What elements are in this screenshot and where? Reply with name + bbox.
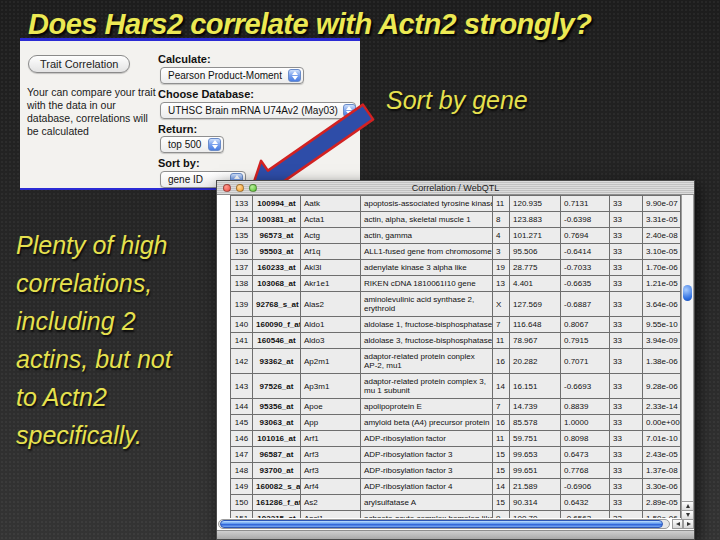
p-value: 1.37e-08 bbox=[643, 463, 681, 479]
correlation-link[interactable]: 0.7768 bbox=[561, 463, 610, 479]
window-titlebar[interactable]: Correlation / WebQTL bbox=[217, 181, 694, 195]
gene-symbol-link[interactable]: App bbox=[301, 415, 361, 431]
trait-correlation-button[interactable]: Trait Correlation bbox=[28, 55, 130, 73]
probe-id-link[interactable]: 96587_at bbox=[253, 447, 301, 463]
position-mb: 120.935 bbox=[510, 196, 561, 212]
gene-symbol-link[interactable]: Af1q bbox=[301, 244, 361, 260]
row-index: 142 bbox=[231, 349, 253, 374]
gene-symbol-link[interactable]: Aldo1 bbox=[301, 317, 361, 333]
probe-id-link[interactable]: 100994_at bbox=[253, 196, 301, 212]
probe-id-link[interactable]: 95503_at bbox=[253, 244, 301, 260]
chromosome: 7 bbox=[493, 317, 510, 333]
gene-symbol-link[interactable]: Akr1e1 bbox=[301, 276, 361, 292]
gene-symbol-link[interactable]: Akl3l bbox=[301, 260, 361, 276]
probe-id-link[interactable]: 101016_at bbox=[253, 431, 301, 447]
horizontal-scrollbar-thumb[interactable] bbox=[220, 520, 663, 528]
probe-id-link[interactable]: 102215_at bbox=[253, 511, 301, 519]
correlation-link[interactable]: 0.7131 bbox=[561, 196, 610, 212]
position-mb: 59.751 bbox=[510, 431, 561, 447]
calculate-label: Calculate: bbox=[158, 53, 211, 65]
gene-description: aminolevulinic acid synthase 2, erythroi… bbox=[361, 292, 493, 317]
correlation-link[interactable]: 0.7071 bbox=[561, 349, 610, 374]
table-row: 151102215_atAscl1achaete-scute complex h… bbox=[231, 511, 681, 519]
n-cases: 33 bbox=[610, 463, 643, 479]
calculate-dropdown[interactable]: Pearson Product-Moment bbox=[160, 67, 304, 84]
probe-id-link[interactable]: 100381_at bbox=[253, 212, 301, 228]
gene-description: ADP-ribosylation factor 3 bbox=[361, 463, 493, 479]
probe-id-link[interactable]: 93362_at bbox=[253, 349, 301, 374]
gene-symbol-link[interactable]: Ap2m1 bbox=[301, 349, 361, 374]
chromosome: X bbox=[493, 292, 510, 317]
correlation-link[interactable]: 0.8067 bbox=[561, 317, 610, 333]
correlation-link[interactable]: -0.6635 bbox=[561, 276, 610, 292]
probe-id-link[interactable]: 160082_s_at bbox=[253, 479, 301, 495]
n-cases: 33 bbox=[610, 292, 643, 317]
probe-id-link[interactable]: 160546_at bbox=[253, 333, 301, 349]
gene-description: arylsulfatase A bbox=[361, 495, 493, 511]
probe-id-link[interactable]: 93063_at bbox=[253, 415, 301, 431]
p-value: 2.40e-08 bbox=[643, 228, 681, 244]
gene-symbol-link[interactable]: Arf4 bbox=[301, 479, 361, 495]
row-index: 145 bbox=[231, 415, 253, 431]
position-mb: 123.883 bbox=[510, 212, 561, 228]
vertical-scrollbar[interactable] bbox=[681, 195, 694, 519]
traffic-lights bbox=[223, 184, 257, 192]
correlation-link[interactable]: -0.6414 bbox=[561, 244, 610, 260]
position-mb: 16.151 bbox=[510, 374, 561, 399]
gene-symbol-link[interactable]: Arf1 bbox=[301, 431, 361, 447]
gene-symbol-link[interactable]: Apoe bbox=[301, 399, 361, 415]
correlation-link[interactable]: 0.6432 bbox=[561, 495, 610, 511]
probe-id-link[interactable]: 95356_at bbox=[253, 399, 301, 415]
gene-symbol-link[interactable]: Aldo3 bbox=[301, 333, 361, 349]
chromosome: 11 bbox=[493, 196, 510, 212]
probe-id-link[interactable]: 161286_f_at bbox=[253, 495, 301, 511]
horizontal-scrollbar[interactable] bbox=[218, 519, 670, 529]
scroll-up-button[interactable] bbox=[682, 501, 693, 510]
minimize-button-icon[interactable] bbox=[236, 184, 244, 192]
position-mb: 85.578 bbox=[510, 415, 561, 431]
p-value: 2.43e-05 bbox=[643, 447, 681, 463]
gene-description: adaptor-related protein conplex AP-2, mu… bbox=[361, 349, 493, 374]
gene-symbol-link[interactable]: Ascl1 bbox=[301, 511, 361, 519]
correlation-link[interactable]: 0.7694 bbox=[561, 228, 610, 244]
probe-id-link[interactable]: 103068_at bbox=[253, 276, 301, 292]
n-cases: 33 bbox=[610, 447, 643, 463]
probe-id-link[interactable]: 92768_s_at bbox=[253, 292, 301, 317]
correlation-link[interactable]: -0.6398 bbox=[561, 212, 610, 228]
p-value: 1.38e-06 bbox=[643, 349, 681, 374]
correlation-link[interactable]: -0.6563 bbox=[561, 511, 610, 519]
scroll-right-button[interactable] bbox=[683, 519, 694, 529]
gene-symbol-link[interactable]: Actg bbox=[301, 228, 361, 244]
gene-description: ADP-ribosylation factor 4 bbox=[361, 479, 493, 495]
vertical-scrollbar-thumb[interactable] bbox=[683, 285, 692, 301]
scroll-down-button[interactable] bbox=[682, 510, 693, 519]
correlation-link[interactable]: 0.8839 bbox=[561, 399, 610, 415]
correlation-link[interactable]: -0.6693 bbox=[561, 374, 610, 399]
n-cases: 33 bbox=[610, 317, 643, 333]
gene-symbol-link[interactable]: Arf3 bbox=[301, 447, 361, 463]
probe-id-link[interactable]: 160090_f_at bbox=[253, 317, 301, 333]
correlation-link[interactable]: -0.6906 bbox=[561, 479, 610, 495]
gene-symbol-link[interactable]: Aatk bbox=[301, 196, 361, 212]
gene-symbol-link[interactable]: Ap3m1 bbox=[301, 374, 361, 399]
correlation-link[interactable]: -0.6887 bbox=[561, 292, 610, 317]
correlation-link[interactable]: 1.0000 bbox=[561, 415, 610, 431]
scroll-left-button[interactable] bbox=[672, 519, 683, 529]
return-dropdown[interactable]: top 500 bbox=[160, 136, 224, 153]
gene-symbol-link[interactable]: As2 bbox=[301, 495, 361, 511]
zoom-button-icon[interactable] bbox=[249, 184, 257, 192]
probe-id-link[interactable]: 93700_at bbox=[253, 463, 301, 479]
gene-symbol-link[interactable]: Acta1 bbox=[301, 212, 361, 228]
correlation-link[interactable]: 0.8098 bbox=[561, 431, 610, 447]
p-value: 3.30e-06 bbox=[643, 479, 681, 495]
gene-symbol-link[interactable]: Alas2 bbox=[301, 292, 361, 317]
gene-symbol-link[interactable]: Arf3 bbox=[301, 463, 361, 479]
correlation-link[interactable]: 0.7915 bbox=[561, 333, 610, 349]
probe-id-link[interactable]: 97526_at bbox=[253, 374, 301, 399]
correlation-link[interactable]: -0.7033 bbox=[561, 260, 610, 276]
probe-id-link[interactable]: 160233_at bbox=[253, 260, 301, 276]
correlation-link[interactable]: 0.6473 bbox=[561, 447, 610, 463]
position-mb: 116.648 bbox=[510, 317, 561, 333]
probe-id-link[interactable]: 96573_at bbox=[253, 228, 301, 244]
close-button-icon[interactable] bbox=[223, 184, 231, 192]
